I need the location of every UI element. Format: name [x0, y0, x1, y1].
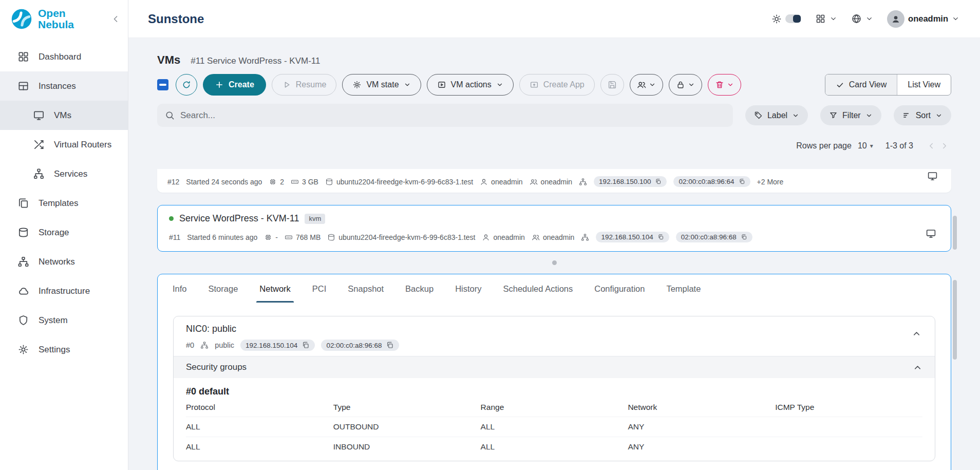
- create-button-label: Create: [229, 80, 254, 89]
- create-app-button[interactable]: Create App: [519, 74, 595, 96]
- pagination: Rows per page 10 ▾ 1-3 of 3: [157, 139, 951, 153]
- play-icon: [282, 80, 291, 89]
- more-addresses-label[interactable]: +2 More: [757, 178, 784, 186]
- language-menu-button[interactable]: [851, 13, 873, 24]
- vm-meta-row: #11 Started 6 minutes ago - 768 MB u: [169, 232, 939, 242]
- table-header-row: Protocol Type Range Network ICMP Type: [186, 399, 922, 417]
- sidebar-item-virtual-routers[interactable]: Virtual Routers: [0, 130, 128, 159]
- sort-button[interactable]: Sort: [894, 105, 951, 125]
- theme-switch: [785, 14, 801, 23]
- vm-card-11[interactable]: Service WordPress - KVM-11 kvm #11 Start…: [157, 205, 951, 252]
- security-groups-title: Security groups: [186, 362, 247, 372]
- vm-host: ubuntu2204-fireedge-kvm-6-99-6c83-1.test: [327, 233, 475, 241]
- previous-page-button[interactable]: [925, 139, 938, 153]
- copy-icon: [301, 341, 310, 349]
- mac-chip[interactable]: 02:00:c0:a8:96:68: [321, 340, 399, 351]
- select-all-checkbox[interactable]: [157, 79, 168, 90]
- sidebar-item-networks[interactable]: Networks: [0, 247, 128, 276]
- sort-icon: [902, 111, 911, 120]
- chevron-down-icon: [496, 81, 503, 88]
- tab-info[interactable]: Info: [162, 274, 198, 303]
- sidebar-item-dashboard[interactable]: Dashboard: [0, 42, 128, 71]
- sidebar-item-storage[interactable]: Storage: [0, 218, 128, 247]
- topbar-controls: oneadmin: [771, 10, 959, 28]
- label-tag-icon: [754, 111, 763, 120]
- rows-per-page-select[interactable]: 10 ▾: [858, 141, 873, 151]
- pagination-range: 1-3 of 3: [885, 141, 913, 151]
- tab-network[interactable]: Network: [249, 274, 301, 303]
- app-root: Open Nebula Dashboard Instances VMs: [0, 0, 980, 470]
- sidebar-header: Open Nebula: [0, 0, 128, 38]
- instances-icon: [17, 80, 29, 92]
- card-view-button[interactable]: Card View: [825, 74, 897, 95]
- theme-toggle[interactable]: [771, 14, 801, 24]
- tab-configuration[interactable]: Configuration: [583, 274, 655, 303]
- ip-chip[interactable]: 192.168.150.104: [240, 340, 315, 351]
- lock-button[interactable]: [669, 74, 702, 96]
- save-icon: [608, 80, 617, 89]
- tab-scheduled-actions[interactable]: Scheduled Actions: [492, 274, 583, 303]
- tab-template[interactable]: Template: [655, 274, 711, 303]
- sidebar-item-label: Virtual Routers: [54, 140, 111, 150]
- main-area: Sunstone oneadmin: [128, 0, 980, 470]
- ownership-button[interactable]: [630, 74, 663, 96]
- resume-button[interactable]: Resume: [272, 74, 337, 96]
- console-icon[interactable]: [927, 171, 938, 181]
- search-box: [157, 104, 733, 127]
- nic-collapse-icon[interactable]: [912, 329, 921, 339]
- user-menu-button[interactable]: oneadmin: [887, 10, 959, 28]
- table-row: ALL OUTBOUND ALL ANY: [186, 417, 922, 437]
- terminate-button[interactable]: [708, 74, 741, 96]
- page-title: VMs: [157, 53, 180, 67]
- tab-storage[interactable]: Storage: [198, 274, 249, 303]
- label-filter-button[interactable]: Label: [745, 105, 808, 125]
- sidebar-item-instances[interactable]: Instances: [0, 71, 128, 101]
- tab-backup[interactable]: Backup: [394, 274, 444, 303]
- tab-history[interactable]: History: [444, 274, 492, 303]
- nic-network-name: public: [215, 341, 234, 349]
- mac-chip[interactable]: 02:00:c0:a8:96:64: [673, 176, 750, 187]
- copy-icon: [657, 234, 664, 240]
- vm-actions-icon: [437, 80, 446, 89]
- vm-card-12[interactable]: #12 Started 24 seconds ago 2 3 GB ub: [157, 169, 951, 193]
- sidebar-item-services[interactable]: Services: [0, 159, 128, 189]
- tab-snapshot[interactable]: Snapshot: [337, 274, 394, 303]
- chevron-down-icon: [830, 15, 837, 23]
- copy-icon: [655, 178, 662, 185]
- create-app-icon: [530, 80, 539, 89]
- refresh-button[interactable]: [176, 74, 197, 96]
- console-icon[interactable]: [926, 228, 936, 239]
- ip-chip[interactable]: 192.168.150.100: [594, 176, 667, 187]
- sidebar-collapse-button[interactable]: [110, 14, 121, 24]
- list-view-button[interactable]: List View: [897, 74, 951, 95]
- sidebar-item-vms[interactable]: VMs: [0, 101, 128, 130]
- vertical-scrollbar-thumb[interactable]: [953, 216, 957, 250]
- ip-chip[interactable]: 192.168.150.104: [596, 232, 669, 242]
- vm-actions-button[interactable]: VM actions: [427, 74, 514, 96]
- filter-button[interactable]: Filter: [820, 105, 881, 125]
- create-button[interactable]: Create: [203, 74, 266, 96]
- security-group-name: #0 default: [186, 386, 922, 397]
- globe-icon: [851, 13, 862, 24]
- next-page-button[interactable]: [938, 139, 951, 153]
- security-groups-header[interactable]: Security groups: [174, 356, 935, 378]
- apps-menu-button[interactable]: [815, 13, 837, 24]
- chevron-down-icon: [792, 112, 799, 119]
- app-title: Sunstone: [148, 12, 204, 26]
- sidebar-item-templates[interactable]: Templates: [0, 189, 128, 218]
- search-input[interactable]: [180, 110, 725, 121]
- sidebar-item-label: Templates: [39, 198, 78, 209]
- sidebar-item-system[interactable]: System: [0, 306, 128, 335]
- vm-state-button[interactable]: VM state: [342, 74, 421, 96]
- horizontal-scrollbar-thumb[interactable]: [552, 260, 557, 265]
- mac-chip[interactable]: 02:00:c0:a8:96:68: [676, 232, 752, 242]
- sidebar-item-settings[interactable]: Settings: [0, 335, 128, 364]
- save-button[interactable]: [600, 74, 624, 96]
- sidebar-item-infrastructure[interactable]: Infrastructure: [0, 276, 128, 306]
- sidebar-item-label: VMs: [54, 110, 71, 121]
- column-header: Type: [333, 399, 481, 417]
- dashboard-icon: [17, 51, 29, 63]
- vertical-scrollbar-thumb[interactable]: [953, 280, 957, 360]
- vm-host: ubuntu2204-fireedge-kvm-6-99-6c83-1.test: [325, 178, 473, 186]
- tab-pci[interactable]: PCI: [301, 274, 337, 303]
